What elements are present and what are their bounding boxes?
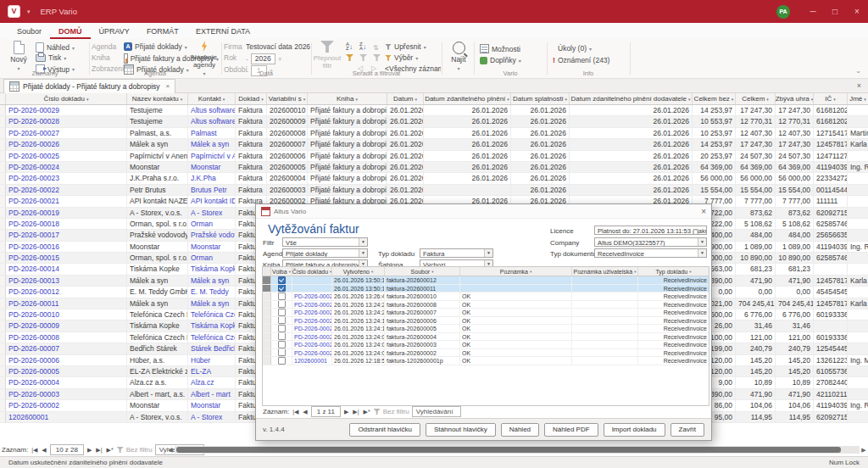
table-cell[interactable]: Moonstar: [188, 162, 236, 172]
table-cell[interactable]: Moonstar: [188, 400, 236, 410]
row-selector[interactable]: [0, 389, 6, 399]
sort-dropdown-icon[interactable]: ▾: [833, 97, 836, 102]
sort-dropdown-icon[interactable]: ▾: [431, 270, 433, 274]
row-selector[interactable]: [0, 309, 6, 320]
table-cell[interactable]: Stárek Bedřich: [188, 343, 236, 354]
table-cell[interactable]: PD-2026-00011: [6, 298, 127, 309]
table-row[interactable]: PD-2026-00029TestujemeAltus softwareFakt…: [0, 105, 868, 116]
row-checkbox[interactable]: [278, 276, 286, 284]
row-selector[interactable]: [263, 301, 271, 309]
table-cell[interactable]: PD-2026-00015: [6, 253, 127, 263]
table-cell[interactable]: [271, 341, 292, 348]
column-header[interactable]: Kniha▾: [308, 93, 387, 104]
new-record-button[interactable]: Nový ▾: [5, 41, 32, 73]
column-header[interactable]: Celkem▾: [736, 93, 776, 104]
row-selector[interactable]: [263, 276, 271, 284]
company-select[interactable]: Altus DEMO(33225577)▼: [594, 237, 707, 247]
column-header[interactable]: Číslo dokladu▾: [6, 93, 127, 104]
user-avatar[interactable]: PA: [776, 5, 790, 19]
sort-dropdown-icon[interactable]: ▾: [766, 97, 769, 102]
table-cell[interactable]: PD-2026-00012: [6, 287, 127, 297]
dropdown-arrow-icon[interactable]: ▼: [484, 249, 492, 257]
typ-dokumentu-select[interactable]: ReceivedInvoice▼: [594, 248, 707, 258]
import-document-button[interactable]: Import dokladu: [604, 423, 665, 437]
row-selector[interactable]: [0, 355, 6, 365]
scrollbar-thumb[interactable]: [176, 447, 841, 453]
remove-sort-icon[interactable]: ⇅: [373, 44, 379, 52]
table-cell[interactable]: Alza.cz: [188, 377, 236, 387]
dialog-titlebar[interactable]: Altus Vario ×: [256, 204, 711, 219]
sort-dropdown-icon[interactable]: ▾: [507, 97, 509, 102]
table-cell[interactable]: Hüber: [188, 355, 236, 365]
row-checkbox[interactable]: [278, 292, 286, 300]
sort-dropdown-icon[interactable]: ▾: [261, 97, 264, 102]
previous-record-button[interactable]: ◀: [41, 447, 47, 454]
last-record-button[interactable]: ▶|: [352, 409, 359, 415]
column-header[interactable]: Poznámka uživatelská▾: [572, 267, 638, 276]
row-selector[interactable]: [0, 196, 6, 206]
table-row[interactable]: PD-2026-00027Palmast, a.s.PalmastFaktura…: [0, 128, 868, 139]
sort-descending-icon[interactable]: ZA↓: [359, 42, 366, 51]
row-selector[interactable]: [0, 366, 6, 376]
row-checkbox[interactable]: [278, 357, 286, 365]
row-selector[interactable]: [0, 332, 6, 343]
collapse-ribbon-icon[interactable]: ⌄: [855, 67, 861, 75]
tasks-button[interactable]: Úkoly (0)▾: [558, 44, 592, 53]
table-cell[interactable]: PD-2026-00022: [6, 185, 127, 195]
horizontal-scrollbar[interactable]: ◀ ▶: [166, 445, 868, 454]
typ-dokladu-select[interactable]: Faktura▼: [420, 248, 493, 258]
table-cell[interactable]: Málek a syn: [188, 276, 236, 286]
sort-dropdown-icon[interactable]: ▾: [688, 97, 691, 102]
table-cell[interactable]: Papírnictví v Ane: [188, 151, 236, 161]
close-dialog-button[interactable]: Zavřít: [670, 423, 704, 437]
column-header[interactable]: Vytvořeno▾: [332, 267, 385, 276]
column-header[interactable]: Datum▾: [387, 93, 424, 104]
table-row[interactable]: PD-2026-00028TestujemeAltus softwareFakt…: [0, 116, 868, 127]
print-button[interactable]: Tisk▾: [36, 53, 66, 62]
scrollbar-track[interactable]: [175, 446, 860, 454]
dropdown-arrow-icon[interactable]: ▼: [698, 238, 706, 246]
rok-minus-button[interactable]: -: [246, 55, 248, 64]
table-cell[interactable]: PD-2026-00021: [292, 349, 332, 357]
table-row[interactable]: PD-2026-0002926.01.2026 13:26:40faktura-…: [263, 292, 709, 301]
next-record-button[interactable]: ▶: [343, 409, 349, 415]
row-checkbox[interactable]: [278, 317, 286, 325]
column-header[interactable]: Volba▾: [271, 267, 292, 276]
close-document-icon[interactable]: ×: [857, 81, 861, 90]
dropdown-arrow-icon[interactable]: ▼: [698, 249, 706, 257]
row-checkbox[interactable]: [278, 285, 286, 292]
table-cell[interactable]: PD-2026-00023: [292, 333, 332, 341]
reapply-filter-icon[interactable]: [373, 54, 381, 61]
filter-state-button[interactable]: Bez filtru: [374, 408, 409, 415]
row-selector[interactable]: [263, 333, 271, 341]
table-row[interactable]: 26.01.2026 13:50:15faktura-202600011Rece…: [263, 285, 709, 293]
table-cell[interactable]: J.K.Pha: [188, 173, 236, 183]
column-header[interactable]: Zbývá uhra▾: [776, 93, 814, 104]
table-row[interactable]: PD-2026-00025Papírnictví v AnenskéPapírn…: [0, 151, 868, 162]
table-cell[interactable]: Tiskárna Kopke: [188, 320, 236, 331]
table-cell[interactable]: PD-2026-00017: [6, 230, 127, 240]
table-cell[interactable]: Pražské vodovod: [188, 230, 236, 240]
table-cell[interactable]: PD-2026-00014: [6, 264, 127, 274]
table-row[interactable]: 120260000126.01.2026 12:18:57faktura-120…: [263, 357, 709, 365]
table-cell[interactable]: Brutus Petr: [188, 185, 236, 195]
row-checkbox[interactable]: [278, 301, 286, 309]
table-cell[interactable]: E. M. Teddy: [188, 287, 236, 297]
row-selector[interactable]: [0, 242, 6, 252]
column-header[interactable]: Kontakt▾: [188, 93, 236, 104]
row-selector[interactable]: [263, 292, 271, 300]
table-cell[interactable]: Tiskárna Kopke: [188, 264, 236, 274]
row-selector[interactable]: [0, 105, 6, 115]
table-cell[interactable]: PD-2026-00010: [6, 309, 127, 320]
column-header[interactable]: Soubor▾: [385, 267, 460, 276]
table-cell[interactable]: Telefónica Czech: [188, 332, 236, 343]
download-headers-button[interactable]: Stáhnout hlavičky: [426, 423, 496, 437]
first-record-button[interactable]: |◀: [31, 447, 38, 454]
table-cell[interactable]: PD-2026-00021: [6, 196, 127, 206]
column-header[interactable]: IČ▾: [814, 93, 848, 104]
table-row[interactable]: PD-2026-0002626.01.2026 13:24:22faktura-…: [263, 309, 709, 317]
table-cell[interactable]: [271, 333, 292, 341]
tab-format[interactable]: FORMÁT: [138, 25, 187, 39]
row-checkbox[interactable]: [278, 349, 286, 357]
sort-dropdown-icon[interactable]: ▾: [811, 97, 814, 102]
